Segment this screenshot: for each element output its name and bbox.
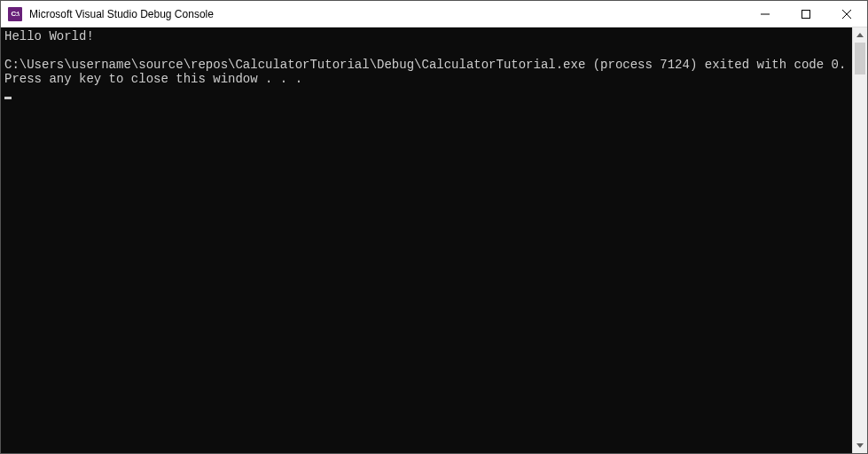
output-line: Hello World! [4,29,94,43]
output-line: C:\Users\username\source\repos\Calculato… [4,58,846,72]
scroll-down-button[interactable] [853,438,867,453]
window-controls [745,1,867,27]
scroll-track[interactable] [853,43,867,438]
scroll-up-button[interactable] [853,27,867,43]
chevron-down-icon [856,443,864,448]
close-button[interactable] [826,1,867,27]
window-title: Microsoft Visual Studio Debug Console [29,8,214,20]
maximize-button[interactable] [786,1,826,27]
vertical-scrollbar[interactable] [852,27,867,453]
maximize-icon [802,10,810,19]
minimize-icon [761,10,770,19]
output-line: Press any key to close this window . . . [4,72,302,86]
svg-rect-1 [802,11,810,19]
console-area: Hello World! C:\Users\username\source\re… [1,27,867,453]
console-output[interactable]: Hello World! C:\Users\username\source\re… [1,27,852,453]
app-window: C:\ Microsoft Visual Studio Debug Consol… [0,0,868,454]
chevron-up-icon [856,33,864,37]
text-cursor [4,97,12,99]
app-icon: C:\ [8,7,22,21]
minimize-button[interactable] [745,1,786,27]
close-icon [842,10,851,19]
scroll-thumb[interactable] [855,43,865,74]
app-icon-label: C:\ [11,10,19,18]
titlebar[interactable]: C:\ Microsoft Visual Studio Debug Consol… [1,1,867,27]
